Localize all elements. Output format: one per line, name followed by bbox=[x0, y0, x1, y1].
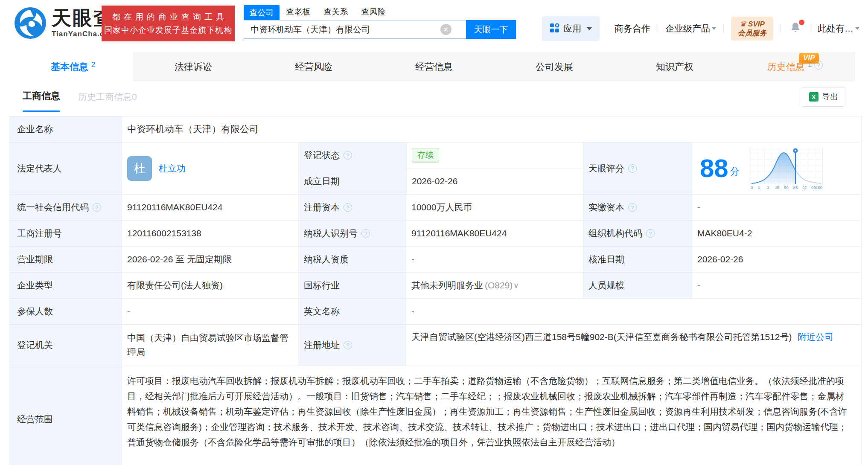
question-icon[interactable]: ? bbox=[344, 203, 352, 212]
search-area: 查公司 查老板 查关系 查风险 ✕ 天眼一下 bbox=[244, 5, 516, 39]
tab-history-info[interactable]: VIP 历史信息 1 ? bbox=[735, 52, 855, 81]
industry-value: 其他未列明服务业 (O829) ∨ bbox=[406, 273, 583, 298]
brand-logo[interactable]: 天眼查 TianYanCha.com bbox=[14, 7, 116, 41]
tab-basic-info[interactable]: 基本信息 2 bbox=[13, 52, 133, 81]
question-icon[interactable]: ? bbox=[344, 341, 352, 349]
taxpayer-quality-value: - bbox=[406, 247, 583, 272]
field-label: 人员规模 bbox=[583, 273, 692, 298]
nearby-companies-link[interactable]: 附近公司 bbox=[798, 332, 833, 342]
field-label: 统一社会信用代码 ? bbox=[10, 195, 122, 220]
question-icon[interactable]: ? bbox=[628, 164, 637, 173]
company-name-value: 中资环机动车（天津）有限公司 bbox=[122, 116, 861, 142]
svg-text:0: 0 bbox=[751, 185, 753, 190]
question-icon[interactable]: ? bbox=[814, 61, 823, 70]
taxpayer-id-value: 91120116MAK80EU424 bbox=[406, 221, 583, 246]
export-button[interactable]: X 导出 bbox=[802, 87, 845, 107]
score-value: 88 bbox=[700, 156, 728, 181]
field-label: 成立日期 bbox=[299, 169, 406, 194]
table-row: 登记机关 中国（天津）自由贸易试验区市场监督管理局 注册地址 ? 天津自贸试验区… bbox=[10, 325, 861, 366]
field-label: 法定代表人 bbox=[10, 142, 122, 194]
field-label-text: 注册资本 bbox=[304, 201, 340, 213]
status-badge: 存续 bbox=[412, 148, 439, 163]
paid-capital-value: - bbox=[692, 195, 861, 220]
insured-count-value: - bbox=[122, 299, 298, 324]
field-label-text: 纳税人识别号 bbox=[304, 227, 358, 239]
svg-text:85: 85 bbox=[793, 185, 798, 190]
reg-address-cell: 天津自贸试验区(空港经济区)西三道158号5幢902-B(天津信至嘉商务秘书有限… bbox=[406, 325, 861, 366]
search-tab-company[interactable]: 查公司 bbox=[244, 5, 280, 20]
subtab-history-business-info[interactable]: 历史工商信息0 bbox=[78, 91, 137, 103]
tab-label: 基本信息 bbox=[51, 61, 88, 73]
field-label: 营业期限 bbox=[10, 247, 122, 272]
divider bbox=[723, 24, 724, 33]
clear-icon[interactable]: ✕ bbox=[440, 24, 451, 35]
tab-operation-info[interactable]: 经营信息 bbox=[374, 52, 494, 81]
tab-label: 知识产权 bbox=[656, 61, 693, 73]
staff-size-value: - bbox=[692, 273, 861, 298]
search-tab-boss[interactable]: 查老板 bbox=[280, 6, 317, 20]
industry-code: (O829) bbox=[485, 280, 513, 291]
field-label-text: 实缴资本 bbox=[588, 201, 624, 213]
table-row: 营业期限 2026-02-26 至 无固定期限 纳税人资质 - 核准日期 202… bbox=[10, 247, 861, 273]
field-label-text: 登记状态 bbox=[304, 149, 340, 161]
search-tab-relation[interactable]: 查关系 bbox=[317, 6, 355, 20]
field-label: 实缴资本 ? bbox=[583, 195, 692, 220]
question-icon[interactable]: ? bbox=[361, 229, 370, 238]
chevron-down-icon[interactable]: ∨ bbox=[513, 281, 518, 290]
field-label: 登记状态 ? bbox=[299, 142, 406, 168]
avatar[interactable]: 杜 bbox=[127, 156, 152, 181]
field-label: 注册资本 ? bbox=[298, 195, 406, 220]
subtab-business-info[interactable]: 工商信息 bbox=[23, 81, 60, 112]
score-distribution-chart: 0 1 3 15 50 85 97 99 100 bbox=[750, 147, 823, 190]
tab-legal-litigation[interactable]: 法律诉讼 bbox=[133, 52, 253, 81]
promo-line2: 国家中小企业发展子基金旗下机构 bbox=[104, 23, 232, 37]
business-info-table: 企业名称 中资环机动车（天津）有限公司 法定代表人 杜 杜立功 登记状态 ? 存… bbox=[9, 116, 862, 465]
business-cooperation-link[interactable]: 商务合作 bbox=[615, 23, 650, 35]
enterprise-products-menu[interactable]: 企业级产品 bbox=[665, 23, 716, 35]
reg-number-value: 120116002153138 bbox=[122, 221, 298, 246]
field-label: 英文名称 bbox=[298, 299, 406, 324]
profile-menu[interactable]: 此处有… bbox=[818, 23, 859, 35]
legal-rep-cell: 杜 杜立功 bbox=[122, 142, 298, 194]
apps-menu[interactable]: 应用 bbox=[542, 16, 600, 41]
tab-operation-risk[interactable]: 经营风险 bbox=[253, 52, 374, 81]
tab-company-development[interactable]: 公司发展 bbox=[494, 52, 615, 81]
table-row: 企业名称 中资环机动车（天津）有限公司 bbox=[10, 116, 861, 142]
tab-label: 经营风险 bbox=[295, 61, 332, 73]
field-label: 登记机关 bbox=[10, 325, 122, 366]
search-button[interactable]: 天眼一下 bbox=[466, 20, 516, 39]
search-tab-risk[interactable]: 查风险 bbox=[355, 6, 392, 20]
field-label-text: 注册地址 bbox=[304, 339, 340, 351]
tab-intellectual-property[interactable]: 知识产权 bbox=[615, 52, 735, 81]
field-label-text: 组织机构代码 bbox=[588, 227, 642, 239]
search-input[interactable] bbox=[244, 21, 440, 38]
question-icon[interactable]: ? bbox=[646, 229, 655, 238]
field-label-text: 统一社会信用代码 bbox=[17, 201, 89, 213]
field-label: 经营范围 bbox=[10, 366, 122, 465]
legal-rep-link[interactable]: 杜立功 bbox=[159, 163, 186, 174]
svip-member-badge[interactable]: ♛ SVIP 会员服务 bbox=[731, 17, 773, 41]
svip-line2: 会员服务 bbox=[738, 29, 767, 38]
score-axis-labels: 0 1 3 15 50 85 97 99 100 bbox=[751, 185, 822, 190]
approval-date-value: 2026-02-26 bbox=[692, 247, 861, 272]
field-label: 组织机构代码 ? bbox=[583, 221, 692, 246]
credit-code-value: 91120116MAK80EU424 bbox=[122, 195, 298, 220]
tab-label: 公司发展 bbox=[536, 61, 573, 73]
tianyan-score-cell: 88 分 bbox=[692, 142, 861, 194]
divider bbox=[810, 24, 810, 33]
establish-date-value: 2026-02-26 bbox=[406, 169, 583, 194]
question-icon[interactable]: ? bbox=[344, 151, 352, 160]
divider bbox=[658, 24, 658, 33]
table-row: 经营范围 许可项目：报废电动汽车回收拆解；报废机动车拆解；报废机动车回收；二手车… bbox=[10, 366, 861, 465]
question-icon[interactable]: ? bbox=[628, 203, 637, 212]
question-icon[interactable]: ? bbox=[93, 203, 101, 212]
notification-dot bbox=[799, 20, 804, 25]
profile-label: 此处有… bbox=[818, 23, 853, 35]
excel-icon: X bbox=[809, 92, 818, 102]
tianyancha-logo-icon bbox=[14, 7, 47, 41]
tab-label: 经营信息 bbox=[415, 61, 453, 73]
svg-text:15: 15 bbox=[775, 185, 780, 190]
notification-bell-icon[interactable] bbox=[789, 21, 802, 36]
industry-name: 其他未列明服务业 bbox=[411, 279, 483, 291]
svg-text:1: 1 bbox=[758, 185, 760, 190]
